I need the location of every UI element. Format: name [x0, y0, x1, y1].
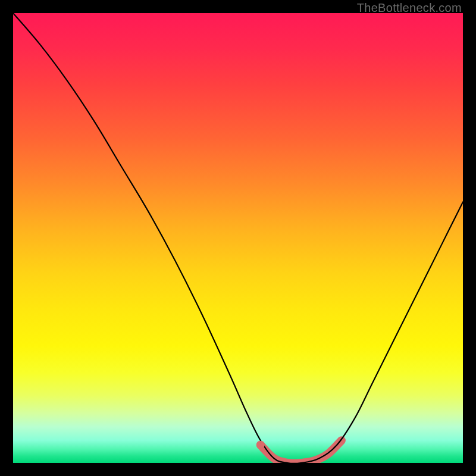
- bottleneck-curve: [13, 13, 463, 463]
- plot-area: [13, 13, 463, 463]
- highlight-dot: [256, 441, 265, 449]
- curve-layer: [13, 13, 463, 463]
- watermark-text: TheBottleneck.com: [357, 1, 462, 15]
- chart-frame: TheBottleneck.com: [0, 0, 476, 476]
